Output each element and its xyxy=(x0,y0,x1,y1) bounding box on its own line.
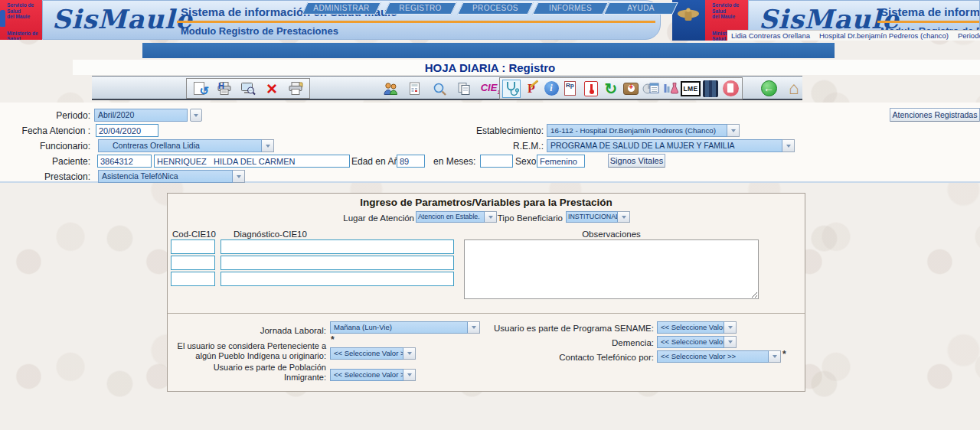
circular-arrow-glyph: ↺ xyxy=(199,84,209,98)
periodo-label: Periodo: xyxy=(0,110,90,121)
cod-cie10-input-2[interactable] xyxy=(171,256,215,270)
chevron-down-icon[interactable] xyxy=(724,336,737,348)
sename-select[interactable]: << Seleccione Valor >> xyxy=(657,321,737,334)
pueblo-indigena-select[interactable]: << Seleccione Valor >> xyxy=(330,347,416,360)
funcionario-select[interactable]: Contreras Orellana Lidia xyxy=(98,139,274,152)
establecimiento-select[interactable]: 16-112 - Hospital Dr.Benjamín Pedreros (… xyxy=(547,124,740,137)
delete-record-icon[interactable]: × xyxy=(263,80,281,98)
copy-documents-icon[interactable] xyxy=(455,80,473,98)
prestacion-select[interactable]: Asistencia TelefóNica xyxy=(98,170,245,183)
prestacion-edit-icon[interactable]: P xyxy=(522,80,541,98)
select-value: << Seleccione Valor >> xyxy=(330,369,403,381)
home-icon[interactable]: ⌂ xyxy=(785,79,803,97)
menu-item-administrar[interactable]: ADMINISTRAR xyxy=(302,2,381,15)
meses-input[interactable] xyxy=(480,155,513,168)
sexo-label: Sexo: xyxy=(515,156,539,167)
print-h-icon[interactable]: H xyxy=(215,80,234,98)
agency-line: Salud xyxy=(7,36,21,40)
preview-screen-icon[interactable] xyxy=(239,80,257,98)
tipo-beneficiario-select[interactable]: INSTITUCIONAL xyxy=(566,211,630,223)
diagnostico-input-2[interactable] xyxy=(220,256,454,270)
stethoscope-icon[interactable] xyxy=(502,80,521,98)
fecha-input[interactable] xyxy=(96,124,158,137)
red-x-glyph: × xyxy=(266,80,277,97)
tipo-beneficiario-value: INSTITUCIONAL xyxy=(566,211,618,223)
h-letter: H xyxy=(218,81,224,90)
rp-text: Rp xyxy=(566,82,574,89)
observaciones-textarea[interactable] xyxy=(464,239,759,299)
session-user: Lidia Contreras Orellana xyxy=(731,31,810,40)
toolbar-group-nav: ← ⌂ xyxy=(760,79,803,97)
menu-item-informes[interactable]: INFORMES xyxy=(532,2,608,15)
chevron-down-icon[interactable] xyxy=(403,347,416,360)
agency-line: del Maule xyxy=(7,14,30,19)
toolbar-group-clinical: P i Rp ↻ + LME xyxy=(499,77,743,99)
chevron-down-icon[interactable] xyxy=(485,211,497,223)
paciente-rut-input[interactable] xyxy=(97,155,152,168)
chevron-down-icon[interactable] xyxy=(190,109,202,122)
tipo-beneficiario-label: Tipo Beneficiario xyxy=(497,213,563,223)
chevron-down-icon[interactable] xyxy=(769,350,781,363)
chevron-down-icon[interactable] xyxy=(724,321,737,334)
demencia-select[interactable]: << Seleccione Valor >> xyxy=(657,336,737,348)
toolbar-group-records: ↺ H × xyxy=(186,78,310,99)
signos-vitales-button[interactable]: Signos Vitales xyxy=(608,154,665,168)
module-title: Modulo Registro de Prestaciones xyxy=(181,25,338,37)
periodo-select[interactable]: Abril/2020 xyxy=(94,109,202,122)
chevron-down-icon[interactable] xyxy=(782,139,795,152)
paciente-nombre-input[interactable] xyxy=(154,155,350,168)
required-mark: * xyxy=(782,349,786,360)
recipe-rp-icon[interactable]: Rp xyxy=(562,80,580,98)
rem-select[interactable]: PROGRAMA DE SALUD DE LA MUJER Y FAMILIA xyxy=(547,139,795,152)
lugar-select[interactable]: Atencion en Estable. xyxy=(416,211,497,223)
print-save-icon[interactable] xyxy=(286,80,305,98)
poblacion-inmigrante-select[interactable]: << Seleccione Valor >> xyxy=(330,369,416,381)
house-glyph: ⌂ xyxy=(789,80,799,96)
thermometer-icon[interactable] xyxy=(582,80,600,98)
contacto-select[interactable]: << Seleccione Valor >> xyxy=(657,350,781,363)
patients-icon[interactable] xyxy=(381,80,400,98)
search-icon[interactable] xyxy=(430,80,449,98)
modify-record-icon[interactable]: ↺ xyxy=(191,80,210,98)
sismaule-logo: SisMaule xyxy=(759,5,900,33)
diagnostico-input-3[interactable] xyxy=(220,272,454,286)
schedule-icon[interactable] xyxy=(642,80,660,98)
funcionario-value: Contreras Orellana Lidia xyxy=(98,139,262,152)
edad-input[interactable] xyxy=(397,155,425,168)
xray-icon[interactable] xyxy=(701,80,720,98)
health-figure-icon xyxy=(0,10,5,27)
info-icon[interactable]: i xyxy=(542,80,560,98)
toolbar-group-search: CIE10 xyxy=(381,78,505,99)
refresh-icon[interactable]: ↻ xyxy=(602,80,620,98)
menu-item-registro[interactable]: REGISTRO xyxy=(384,2,456,15)
sexo-input[interactable] xyxy=(537,155,585,168)
report-alert-icon[interactable] xyxy=(721,80,740,98)
menu-item-ayuda[interactable]: AYUDA xyxy=(603,2,678,15)
lme-icon[interactable]: LME xyxy=(681,80,700,98)
chevron-down-icon[interactable] xyxy=(618,211,630,223)
atenciones-registradas-button[interactable]: Atenciones Registradas xyxy=(890,108,980,122)
cod-cie10-input-1[interactable] xyxy=(171,239,215,254)
first-aid-kit-icon[interactable]: + xyxy=(622,80,640,98)
parametros-panel: Ingreso de Parametros/Variables para la … xyxy=(167,193,805,392)
sismaule-logo: SisMaule xyxy=(52,5,193,33)
chevron-down-icon[interactable] xyxy=(403,369,416,381)
menu-item-procesos[interactable]: PROCESOS xyxy=(457,2,533,15)
select-value: << Seleccione Valor >> xyxy=(657,350,769,363)
chevron-down-icon[interactable] xyxy=(233,170,245,183)
lab-exams-icon[interactable] xyxy=(662,80,680,98)
session-period: Periodo : Abr xyxy=(958,31,980,40)
chevron-down-icon[interactable] xyxy=(262,139,274,152)
menu-label: AYUDA xyxy=(607,3,675,14)
cod-cie10-input-3[interactable] xyxy=(171,272,215,286)
chevron-down-icon[interactable] xyxy=(727,124,740,137)
agency-line: del Maule xyxy=(712,14,735,19)
lugar-label: Lugar de Atención xyxy=(290,213,414,223)
cie-text: CIE xyxy=(481,82,498,93)
rem-value: PROGRAMA DE SALUD DE LA MUJER Y FAMILIA xyxy=(547,139,782,152)
system-title: Sistema de información en Salud Maule xyxy=(880,5,980,18)
menu-label: PROCESOS xyxy=(461,3,530,14)
billing-document-icon[interactable] xyxy=(406,80,424,98)
diagnostico-input-1[interactable] xyxy=(220,239,454,254)
back-button-icon[interactable]: ← xyxy=(760,79,778,97)
